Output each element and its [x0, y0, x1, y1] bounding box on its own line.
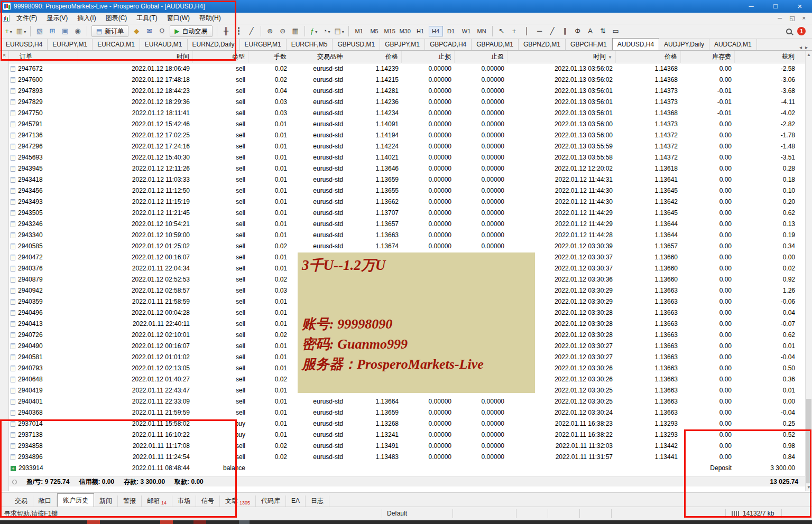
bottom-tab-articles[interactable]: 文章1305 [220, 495, 256, 507]
table-row[interactable]: 29476002022.01.12 17:48:18sell0.02eurusd… [9, 74, 805, 86]
scroll-up-icon[interactable]: ▲ [806, 51, 812, 59]
table-row[interactable]: 29472962022.01.12 17:24:16sell0.01eurusd… [9, 141, 805, 152]
bottom-tab-ea[interactable]: EA [286, 495, 306, 507]
shapes-icon[interactable]: ▭ [610, 25, 622, 37]
symbol-tab-gbpusd-m1[interactable]: GBPUSD,M1 [333, 39, 380, 50]
symbol-tab-audjpy-daily[interactable]: AUDJPY,Daily [659, 39, 709, 50]
channel-icon[interactable]: ∥ [559, 25, 571, 37]
table-row[interactable]: 29434562022.01.12 11:12:50sell0.01eurusd… [9, 185, 805, 196]
candlestick-icon[interactable]: ┇ [233, 25, 245, 37]
column-header-profit[interactable]: 获利 [735, 51, 798, 63]
navigator-icon[interactable]: ⊞ [47, 25, 58, 37]
column-header-order[interactable]: 订单 [9, 51, 78, 63]
horizontal-line-icon[interactable]: ─ [534, 25, 546, 37]
vertical-line-icon[interactable]: │ [521, 25, 533, 37]
timeframe-button-m5[interactable]: M5 [367, 26, 382, 36]
timeframe-button-h4[interactable]: H4 [429, 26, 443, 36]
timeframe-button-d1[interactable]: D1 [444, 26, 458, 36]
timeframe-button-h1[interactable]: H1 [413, 26, 428, 36]
column-header-close-time[interactable]: 时间▼ [508, 51, 616, 63]
bottom-tab-exposure[interactable]: 敞口 [33, 495, 57, 507]
table-row[interactable]: 29477502022.01.12 18:11:41sell0.03eurusd… [9, 108, 805, 119]
symbol-tab-eurjpy-m1[interactable]: EURJPY,M1 [48, 39, 93, 50]
vertical-scrollbar[interactable]: ▲ ▼ [805, 51, 812, 491]
bar-chart-icon[interactable]: ╫ [220, 25, 232, 37]
bottom-tab-journal[interactable]: 日志 [306, 495, 329, 507]
arrows-icon[interactable]: ⇅ [597, 25, 609, 37]
menu-item[interactable]: 帮助(H) [195, 13, 226, 24]
templates-icon[interactable]: ▤▾ [334, 25, 345, 37]
cursor-icon[interactable]: ↖ [496, 25, 508, 37]
symbol-tab-eurchf-m5[interactable]: EURCHF,M5 [287, 39, 333, 50]
column-header-symbol[interactable]: 交易品种 [290, 51, 346, 63]
scroll-down-icon[interactable]: ▼ [806, 483, 812, 491]
timeframe-button-w1[interactable]: W1 [459, 26, 474, 36]
tab-scroll-right-icon[interactable]: ▸ [805, 44, 808, 50]
symbol-tab-eurusd-h4[interactable]: EURUSD,H4 [1, 39, 48, 50]
column-header-take-profit[interactable]: 止盈 [455, 51, 508, 63]
symbol-tab-eurnzd-daily[interactable]: EURNZD,Daily [188, 39, 240, 50]
table-row[interactable]: 29403682022.01.11 21:59:59sell0.01eurusd… [9, 407, 805, 418]
table-row[interactable]: 29371382022.01.11 16:10:22buy0.01eurusd-… [9, 429, 805, 441]
symbol-tab-audcad-m1[interactable]: AUDCAD,M1 [709, 39, 757, 50]
fibonacci-icon[interactable]: Φ [572, 25, 584, 37]
mdi-close-icon[interactable]: × [802, 15, 806, 22]
symbol-tab-eurgbp-m1[interactable]: EURGBP,M1 [240, 39, 287, 50]
new-order-button[interactable]: ▤新订单 [91, 25, 128, 37]
menu-item[interactable]: 插入(I) [72, 13, 100, 24]
bottom-tab-code-base[interactable]: 代码库 [256, 495, 286, 507]
symbol-tab-gbpaud-m1[interactable]: GBPAUD,M1 [472, 39, 519, 50]
bottom-tab-signals[interactable]: 信号 [196, 495, 220, 507]
table-row[interactable]: 29471362022.01.12 17:02:25sell0.01eurusd… [9, 130, 805, 141]
tile-windows-icon[interactable]: ▦ [290, 25, 301, 37]
bottom-tab-account-history[interactable]: 账户历史 [57, 493, 94, 507]
symbol-tab-gbpchf-m1[interactable]: GBPCHF,M1 [566, 39, 612, 50]
table-row[interactable]: 29434182022.01.12 11:03:33sell0.01eurusd… [9, 174, 805, 185]
chart-window-icon[interactable]: ▧ [34, 25, 45, 37]
timeframe-button-m1[interactable]: M1 [352, 26, 366, 36]
mailbox-icon[interactable]: ✉ [143, 25, 155, 37]
table-row[interactable]: 29456932022.01.12 15:40:30sell0.01eurusd… [9, 152, 805, 163]
table-row[interactable]: 29457912022.01.12 15:42:46sell0.01eurusd… [9, 119, 805, 130]
close-icon[interactable]: × [788, 0, 812, 13]
mdi-restore-icon[interactable]: ◱ [789, 15, 795, 22]
table-row[interactable]: 29348582022.01.11 11:17:08sell0.02eurusd… [9, 441, 805, 452]
table-row[interactable]: 29433402022.01.12 10:59:00sell0.01eurusd… [9, 230, 805, 241]
menu-item[interactable]: 图表(C) [101, 13, 132, 24]
data-window-icon[interactable]: ▣ [59, 25, 71, 37]
bottom-tab-market[interactable]: 市场 [172, 495, 196, 507]
line-chart-icon[interactable]: ╱ [246, 25, 257, 37]
text-icon[interactable]: A [585, 25, 596, 37]
zoom-out-icon[interactable]: ⊖ [277, 25, 289, 37]
symbol-tab-eurcad-m1[interactable]: EURCAD,M1 [93, 39, 140, 50]
menu-item[interactable]: 显示(V) [42, 13, 72, 24]
column-header-type[interactable]: 类型 [193, 51, 248, 63]
strategy-tester-icon[interactable]: ◉ [72, 25, 84, 37]
profiles-icon[interactable]: ▥▾ [15, 25, 27, 37]
table-row[interactable]: 29370142022.01.11 15:58:02buy0.01eurusd-… [9, 418, 805, 429]
tab-scroll-left-icon[interactable]: ◂ [799, 44, 802, 50]
trendline-icon[interactable]: ╱ [547, 25, 558, 37]
table-row[interactable]: 29348962022.01.11 11:24:54sell0.02eurusd… [9, 452, 805, 463]
column-header-open-price[interactable]: 价格 [346, 51, 402, 63]
timeframe-button-mn[interactable]: MN [475, 26, 489, 36]
column-header-swap[interactable]: 库存费 [681, 51, 735, 63]
table-row[interactable]: 29439452022.01.12 12:11:26sell0.01eurusd… [9, 163, 805, 174]
column-header-lots[interactable]: 手数 [248, 51, 290, 63]
symbol-tab-gbpjpy-m1[interactable]: GBPJPY,M1 [380, 39, 425, 50]
symbol-tab-gbpcad-h4[interactable]: GBPCAD,H4 [425, 39, 472, 50]
minimize-icon[interactable]: ─ [739, 0, 763, 13]
table-row[interactable]: 29432462022.01.12 10:54:21sell0.01eurusd… [9, 219, 805, 230]
symbol-tab-euraud-m1[interactable]: EURAUD,M1 [140, 39, 188, 50]
indicators-icon[interactable]: ƒ▾ [308, 25, 320, 37]
menu-item[interactable]: 窗口(W) [162, 13, 195, 24]
symbol-tab-audusd-h4[interactable]: AUDUSD,H4 [612, 38, 659, 50]
bottom-tab-news[interactable]: 新闻 [94, 495, 118, 507]
table-row[interactable]: 29478292022.01.12 18:29:36sell0.03eurusd… [9, 97, 805, 108]
timeframe-button-m30[interactable]: M30 [398, 26, 412, 36]
mdi-minimize-icon[interactable]: ─ [778, 15, 782, 22]
autotrading-button[interactable]: ▶自动交易 [170, 25, 212, 37]
table-row[interactable]: +29339142022.01.11 08:48:44balanceDeposi… [9, 463, 805, 474]
table-row[interactable]: 29404012022.01.11 22:33:09sell0.01eurusd… [9, 396, 805, 407]
crosshair-icon[interactable]: + [509, 25, 520, 37]
